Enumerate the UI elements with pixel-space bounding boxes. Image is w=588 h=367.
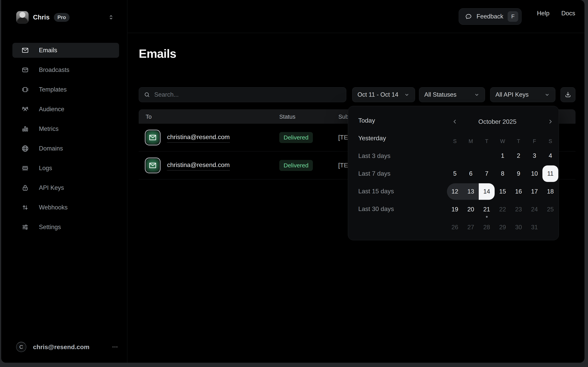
calendar-day-9[interactable]: 9 xyxy=(511,166,527,182)
preset-last-30-days[interactable]: Last 30 days xyxy=(348,200,433,218)
preset-last-3-days[interactable]: Last 3 days xyxy=(348,147,433,165)
calendar-day-27[interactable]: 27 xyxy=(463,219,479,235)
column-status: Status xyxy=(279,114,295,120)
account-footer[interactable]: C chris@resend.com xyxy=(16,341,118,353)
search-box[interactable] xyxy=(139,87,346,102)
sidebar-item-settings[interactable]: Settings xyxy=(12,220,119,234)
calendar-day-18[interactable]: 18 xyxy=(542,183,558,200)
sidebar-item-label: Emails xyxy=(39,47,57,54)
calendar-day-25[interactable]: 25 xyxy=(542,201,558,218)
sidebar-item-webhooks[interactable]: Webhooks xyxy=(12,200,119,215)
feedback-button[interactable]: Feedback F xyxy=(459,8,521,25)
preset-last-15-days[interactable]: Last 15 days xyxy=(348,182,433,200)
calendar-day-4[interactable]: 4 xyxy=(542,148,558,164)
today-dot xyxy=(486,216,487,218)
sidebar-item-audience[interactable]: Audience xyxy=(12,102,119,117)
calendar-day-10[interactable]: 10 xyxy=(527,166,542,182)
preset-last-7-days[interactable]: Last 7 days xyxy=(348,165,433,182)
calendar-day-5[interactable]: 5 xyxy=(447,166,463,182)
sidebar-item-label: Broadcasts xyxy=(39,67,69,74)
calendar-day-20[interactable]: 20 xyxy=(463,201,479,218)
calendar-day-12[interactable]: 12 xyxy=(447,183,463,200)
month-label: October 2025 xyxy=(438,118,556,125)
calendar-day-29[interactable]: 29 xyxy=(495,219,511,235)
workspace-name: Chris xyxy=(33,14,50,21)
sidebar-item-api-keys[interactable]: API Keys xyxy=(12,180,119,195)
recipient-email[interactable]: christina@resend.com xyxy=(167,133,230,143)
calendar-day-2[interactable]: 2 xyxy=(511,148,527,164)
app-window: Chris Pro EmailsBroadcastsTemplatesAudie… xyxy=(1,0,584,363)
weekday-label: W xyxy=(495,138,511,145)
calendar-day-16[interactable]: 16 xyxy=(511,183,527,200)
chevron-down-icon xyxy=(474,92,480,98)
api-key-filter[interactable]: All API Keys xyxy=(490,87,555,102)
sidebar-item-logs[interactable]: Logs xyxy=(12,161,119,176)
account-menu-button[interactable] xyxy=(112,344,118,350)
recipient-email[interactable]: christina@resend.com xyxy=(167,161,230,171)
sidebar-item-label: API Keys xyxy=(39,184,64,191)
lock-icon xyxy=(21,184,29,192)
workspace-switcher[interactable]: Chris Pro xyxy=(16,10,114,24)
download-icon xyxy=(564,91,572,99)
calendar-day-6[interactable]: 6 xyxy=(463,166,479,182)
weekday-row: SMTWTFS xyxy=(447,138,558,145)
calendar-day-28[interactable]: 28 xyxy=(479,219,495,235)
docs-link[interactable]: Docs xyxy=(561,10,575,17)
metrics-icon xyxy=(21,125,29,133)
sidebar-item-label: Audience xyxy=(39,106,64,113)
plan-badge: Pro xyxy=(54,13,69,22)
calendar-day-8[interactable]: 8 xyxy=(495,166,511,182)
weekday-label: T xyxy=(479,138,495,145)
calendar-day-11[interactable]: 11 xyxy=(542,166,558,182)
sidebar-item-label: Metrics xyxy=(39,125,59,133)
export-button[interactable] xyxy=(561,87,575,102)
logs-icon xyxy=(21,164,29,172)
chevron-up-down-icon xyxy=(108,14,114,21)
weekday-label: F xyxy=(527,138,542,145)
calendar-day-24[interactable]: 24 xyxy=(527,201,542,218)
calendar-day-1[interactable]: 1 xyxy=(495,148,511,164)
workspace-avatar xyxy=(16,11,29,24)
globe-icon xyxy=(21,145,29,152)
calendar-day-15[interactable]: 15 xyxy=(495,183,511,200)
top-bar: Feedback F Help Docs xyxy=(127,0,584,33)
broadcast-icon xyxy=(21,66,29,74)
preset-yesterday[interactable]: Yesterday xyxy=(348,129,433,147)
calendar-day-17[interactable]: 17 xyxy=(527,183,542,200)
help-link[interactable]: Help xyxy=(537,10,549,17)
settings-icon xyxy=(21,223,29,231)
date-range-filter[interactable]: Oct 11 - Oct 14 xyxy=(352,87,415,102)
weekday-label: M xyxy=(463,138,479,145)
mail-icon xyxy=(21,46,29,54)
sidebar-item-domains[interactable]: Domains xyxy=(12,141,119,156)
calendar-day-19[interactable]: 19 xyxy=(447,201,463,218)
sidebar-item-broadcasts[interactable]: Broadcasts xyxy=(12,62,119,77)
feedback-kbd-badge: F xyxy=(508,11,518,22)
filter-bar: Oct 11 - Oct 14 All Statuses All API Key… xyxy=(1,87,584,102)
search-input[interactable] xyxy=(154,91,341,98)
calendar-day-21[interactable]: 21 xyxy=(479,201,495,218)
calendar-day-7[interactable]: 7 xyxy=(479,166,495,182)
email-envelope-icon xyxy=(145,130,160,145)
account-email: chris@resend.com xyxy=(33,343,89,351)
next-month-button[interactable] xyxy=(544,117,556,126)
email-envelope-icon xyxy=(145,158,160,173)
calendar-day-22[interactable]: 22 xyxy=(495,201,511,218)
status-filter[interactable]: All Statuses xyxy=(419,87,485,102)
sidebar: Chris Pro EmailsBroadcastsTemplatesAudie… xyxy=(1,0,127,363)
calendar-day-23[interactable]: 23 xyxy=(511,201,527,218)
calendar-day-31[interactable]: 31 xyxy=(527,219,542,235)
weekday-label: S xyxy=(542,138,558,145)
sidebar-item-label: Logs xyxy=(39,165,52,172)
audience-icon xyxy=(21,105,29,113)
chevron-down-icon xyxy=(544,92,550,98)
sidebar-item-metrics[interactable]: Metrics xyxy=(12,121,119,136)
date-presets: TodayYesterdayLast 3 daysLast 7 daysLast… xyxy=(348,112,433,218)
calendar-day-13[interactable]: 13 xyxy=(463,183,479,200)
calendar-day-14[interactable]: 14 xyxy=(479,183,495,200)
calendar-day-3[interactable]: 3 xyxy=(527,148,542,164)
calendar-day-26[interactable]: 26 xyxy=(447,219,463,235)
sidebar-item-emails[interactable]: Emails xyxy=(12,43,119,58)
preset-today[interactable]: Today xyxy=(348,112,433,129)
calendar-day-30[interactable]: 30 xyxy=(511,219,527,235)
